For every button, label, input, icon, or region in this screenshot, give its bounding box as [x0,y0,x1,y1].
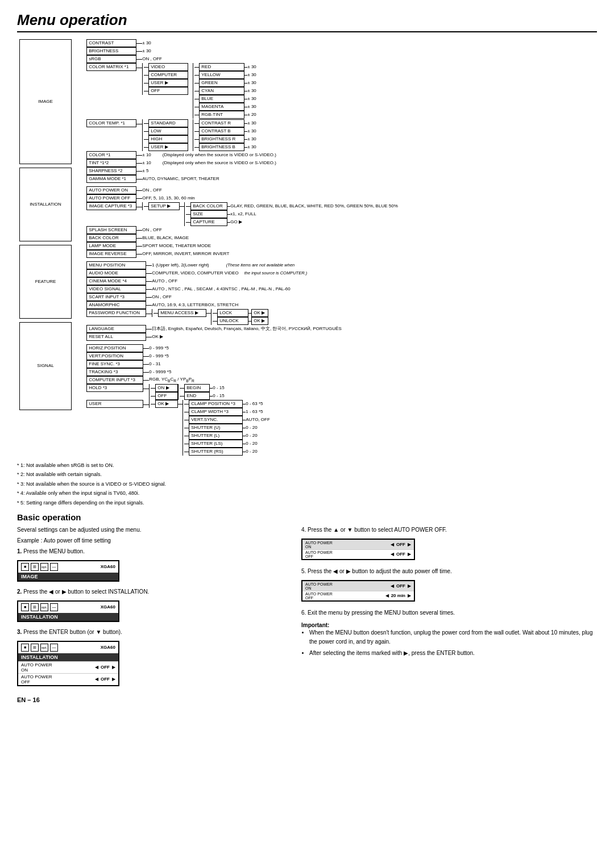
page-title: Menu operation [17,11,597,32]
row-image-capture: IMAGE CAPTURE *3 SETUP ▶ BACK COLORGLAY,… [86,202,595,226]
row-brightness: BRIGHTNESS ± 30 [86,47,595,55]
section-installation-label: INSTALLATION [19,168,72,241]
basic-op-step2-text: 2. Press the ◀ or ▶ button to select INS… [17,587,290,596]
menu-display-step2: ■ ⊞ opt. — XGA60 INSTALLATION [17,600,119,622]
footnote-3: * 3: Not available when the source is a … [17,480,597,488]
xga-label-3: XGA60 [101,645,115,650]
footnote-4: * 4: Available only when the input signa… [17,489,597,497]
basic-op-step1-text: 1. Press the MENU button. [17,547,290,556]
footnote-1: * 1: Not available when sRGB is set to O… [17,461,597,469]
icon-opt-2: opt. [40,603,48,611]
menu-row-step5-0: AUTO POWERON ◀ OFF ▶ [302,581,414,591]
basic-op-step3-text: 3. Press the ENTER button (or ▼ button). [17,628,290,636]
menu-display-step4: AUTO POWERON ◀ OFF ▶ AUTO POWEROFF ◀ OFF… [301,539,415,560]
row-gamma-mode: GAMMA MODE *1 AUTO, DYNAMIC, SPORT, THEA… [86,175,595,183]
important-title: Important: [301,622,329,628]
row-menu-position: MENU POSITION 1 (Upper left), 2(Lower ri… [86,261,595,269]
row-password-function: PASSWORD FUNCTION MENU ACCESS ▶ LOCKOK ▶… [86,309,595,325]
important-item-1: When the MENU button doesn't function, u… [309,628,597,646]
menu-label-step5-off: AUTO POWEROFF [305,592,385,600]
row-user: USER OK ▶ CLAMP POSITION *30 - 63 *5 CLA… [86,400,595,456]
row-anamorphic: ANAMORPHIC AUTO, 16:9, 4:3, LETTERBOX, S… [86,301,595,309]
icon-image-2: ■ [21,603,29,611]
row-audio-mode: AUDIO MODE COMPUTER, VIDEO, COMPUTER VID… [86,269,595,277]
section-signal-label: SIGNAL [19,322,72,410]
row-fine-sync: FINE SYNC. *3 0 - 31 [86,360,595,368]
basic-op-step5-title: 5. Press the ◀ or ▶ button to adjust the… [301,567,597,575]
row-video-signal: VIDEO SIGNAL AUTO , NTSC , PAL , SECAM ,… [86,285,595,293]
row-sharpness: SHARPNESS *2 ± 5 [86,167,595,175]
menu-row-step4-1: AUTO POWEROFF ◀ OFF ▶ [302,549,414,559]
footnotes: * 1: Not available when sRGB is set to O… [17,461,597,507]
icon-opt-3: opt. [40,644,48,652]
row-back-color: BACK COLOR BLUE, BLACK, IMAGE [86,234,595,242]
row-tint: TINT *1*2 ± 10 (Displayed only when the … [86,159,595,167]
row-contrast: CONTRAST ± 30 [86,39,595,47]
basic-op-step6-title: 6. Exit the menu by pressing the MENU bu… [301,608,597,617]
page-number: EN – 16 [17,696,597,703]
footnote-5: * 5: Setting range differs depending on … [17,499,597,507]
row-computer-input: COMPUTER INPUT *3 RGB, YCBCR / YPBPR [86,376,595,384]
icon-opt: opt. [40,563,48,571]
row-horiz-position: HORIZ.POSITION 0 - 999 *5 [86,344,595,352]
icon-grid: ⊞ [31,563,39,571]
icon-dash: — [50,563,58,571]
menu-label-step4-off: AUTO POWEROFF [305,550,391,558]
row-srgb: sRGB ON , OFF [86,55,595,63]
footnote-2: * 2: Not available with certain signals. [17,470,597,478]
row-tracking: TRACKING *3 0 - 9999 *5 [86,368,595,376]
row-scart-input: SCART INPUT *3 ON , OFF [86,293,595,301]
menu-row-step3-0: AUTO POWERON ◀ OFF ▶ [18,661,118,673]
menu-row-step4-0: AUTO POWERON ◀ OFF ▶ [302,540,414,549]
row-auto-power-off: AUTO POWER OFF OFF, 5, 10, 15, 30, 60 mi… [86,194,595,202]
icon-dash-3: — [50,644,58,652]
row-language: LANGUAGE 日本語, English, Español, Deutsch,… [86,325,595,333]
icon-image-3: ■ [21,644,29,652]
row-reset-all: RESET ALL OK ▶ [86,333,595,341]
menu-label-step4-on: AUTO POWERON [305,541,391,549]
menu-bar-step3: INSTALLATION [18,653,118,661]
menu-bar-step1: IMAGE [18,573,118,581]
menu-row-step5-1: AUTO POWEROFF ◀ 20 min ▶ [302,591,414,600]
row-cinema-mode: CINEMA MODE *4 AUTO , OFF [86,277,595,285]
menu-bar-step2: INSTALLATION [18,613,118,621]
basic-op-step4-title: 4. Press the ▲ or ▼ button to select AUT… [301,525,597,534]
menu-diagram: IMAGE INSTALLATION FEATURE SIGNAL [17,37,597,458]
row-auto-power-on: AUTO POWER ON ON , OFF [86,186,595,194]
row-splash-screen: SPLASH SCREEN ON , OFF [86,226,595,234]
basic-operation-section: Basic operation Several settings can be … [17,512,597,688]
icon-dash-2: — [50,603,58,611]
icon-image: ■ [21,563,29,571]
menu-display-step1: ■ ⊞ opt. — XGA60 IMAGE [17,560,119,582]
row-color-temp: COLOR TEMP. *1 STANDARD LOW HIGH USER ▶ [86,119,595,151]
icon-grid-3: ⊞ [31,644,39,652]
row-hold: HOLD *3 ON ▶ OFF BEGIN0 - 15 END0 - 15 [86,384,595,400]
xga-label-2: XGA60 [101,604,115,610]
section-feature-label: FEATURE [19,245,72,319]
section-image-label: IMAGE [19,39,72,164]
row-color-matrix: COLOR MATRIX *1 VIDEO COMPUTER USER ▶ OF… [86,63,595,119]
menu-row-step3-1: AUTO POWEROFF ◀ OFF ▶ [18,673,118,685]
basic-op-example: Example : Auto power off time setting [17,536,290,545]
row-image-reverse: IMAGE REVERSE OFF, MIRROR, INVERT, MIRRO… [86,250,595,258]
icon-grid-2: ⊞ [31,603,39,611]
menu-display-step3: ■ ⊞ opt. — XGA60 INSTALLATION AUTO POWER… [17,641,119,686]
basic-operation-title: Basic operation [17,512,597,522]
menu-label-step5-on: AUTO POWERON [305,582,391,590]
xga-label-1: XGA60 [101,564,115,569]
menu-label-auto-power-off: AUTO POWEROFF [21,674,95,685]
menu-display-step5: AUTO POWERON ◀ OFF ▶ AUTO POWEROFF ◀ 20 … [301,580,415,602]
basic-op-intro: Several settings can be adjusted using t… [17,525,290,534]
important-section: Important: When the MENU button doesn't … [301,621,597,658]
row-lamp-mode: LAMP MODE SPORT MODE, THEATER MODE [86,242,595,250]
menu-label-auto-power-on: AUTO POWERON [21,662,95,673]
row-vert-position: VERT.POSITION 0 - 999 *5 [86,352,595,360]
row-color: COLOR *1 ± 10 (Displayed only when the s… [86,151,595,159]
important-item-2: After selecting the items marked with ▶,… [309,649,597,658]
